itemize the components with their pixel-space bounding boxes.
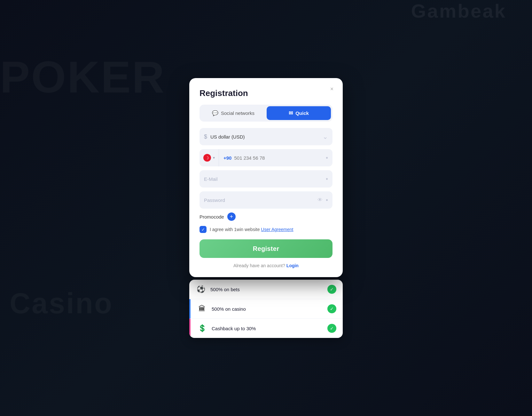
password-input-row: 👁 • (199, 191, 332, 209)
bonus-cashback-text: Cashback up to 30% (212, 326, 323, 331)
agreement-row: ✓ I agree with 1win website User Agreeme… (199, 226, 332, 233)
password-dot: • (326, 196, 328, 204)
add-promocode-button[interactable]: + (227, 212, 236, 221)
login-row: Already have an account? Login (199, 263, 332, 268)
login-prompt-text: Already have an account? (233, 263, 286, 268)
crescent-icon: ☽ (205, 156, 209, 160)
check-icon-bets: ✓ (330, 287, 334, 292)
tab-quick-label: Quick (295, 110, 309, 116)
email-dot: • (326, 175, 328, 183)
bonus-card: ⚽ 500% on bets ✓ 🏛 500% on casino ✓ 💲 Ca… (189, 280, 343, 338)
phone-input[interactable] (231, 155, 326, 161)
bonus-item-bets: ⚽ 500% on bets ✓ (189, 280, 343, 299)
eye-icon[interactable]: 👁 (317, 197, 323, 203)
tab-social-label: Social networks (221, 110, 254, 116)
login-link[interactable]: Login (286, 263, 299, 268)
bonus-item-casino: 🏛 500% on casino ✓ (189, 299, 343, 319)
phone-dot: • (326, 154, 328, 162)
bonus-casino-text: 500% on casino (212, 306, 323, 312)
cashback-icon: 💲 (197, 324, 207, 332)
tab-quick[interactable]: ✉ Quick (267, 106, 331, 120)
bg-casino-text: Casino (10, 287, 113, 320)
phone-group: ☽ ▾ +90 • (199, 149, 332, 166)
tab-social-networks[interactable]: 💬 Social networks (201, 106, 265, 120)
check-badge-bets: ✓ (327, 285, 336, 294)
plus-icon: + (230, 214, 233, 220)
close-button[interactable]: × (327, 84, 337, 94)
country-chevron-icon: ▾ (213, 156, 215, 160)
bg-logo-text: Gambeak (411, 0, 506, 22)
casino-icon: 🏛 (197, 305, 207, 313)
country-selector[interactable]: ☽ ▾ (199, 149, 219, 166)
currency-value: US dollar (USD) (210, 134, 319, 140)
password-input[interactable] (204, 197, 314, 203)
user-agreement-link[interactable]: User Agreement (261, 227, 293, 232)
email-input-row: • (199, 170, 332, 188)
close-icon: × (330, 86, 334, 92)
promocode-label: Promocode (199, 214, 224, 220)
agreement-text: I agree with 1win website User Agreement (210, 227, 293, 232)
phone-input-row: ☽ ▾ +90 • (199, 149, 332, 166)
soccer-ball-icon: ⚽ (196, 285, 206, 293)
check-badge-casino: ✓ (327, 304, 336, 313)
agreement-text-prefix: I agree with 1win website (210, 227, 261, 232)
currency-input-row[interactable]: $ US dollar (USD) ⌄ (199, 128, 332, 145)
dollar-icon: $ (204, 133, 207, 140)
check-badge-cashback: ✓ (327, 324, 336, 333)
promocode-row: Promocode + (199, 212, 332, 221)
bonus-bets-text: 500% on bets (210, 287, 323, 292)
modal-title: Registration (199, 88, 332, 98)
chevron-down-icon: ⌄ (323, 133, 328, 140)
registration-modal: × Registration 💬 Social networks ✉ Quick… (189, 78, 343, 277)
bonus-item-cashback: 💲 Cashback up to 30% ✓ (189, 319, 343, 338)
register-button[interactable]: Register (199, 239, 332, 258)
email-input[interactable] (204, 176, 323, 182)
check-icon-cashback: ✓ (330, 326, 334, 331)
tab-row: 💬 Social networks ✉ Quick (199, 105, 332, 122)
modal-wrapper: × Registration 💬 Social networks ✉ Quick… (189, 78, 343, 338)
quick-icon: ✉ (289, 110, 293, 116)
bg-poker-text: POKER (0, 51, 166, 103)
social-icon: 💬 (212, 110, 218, 116)
phone-code: +90 (219, 155, 231, 161)
agreement-checkbox[interactable]: ✓ (199, 226, 207, 233)
check-icon-casino: ✓ (330, 306, 334, 311)
turkey-flag: ☽ (203, 154, 211, 162)
email-group: • (199, 170, 332, 188)
password-group: 👁 • (199, 191, 332, 209)
checkmark-icon: ✓ (201, 227, 205, 232)
currency-group: $ US dollar (USD) ⌄ (199, 128, 332, 145)
